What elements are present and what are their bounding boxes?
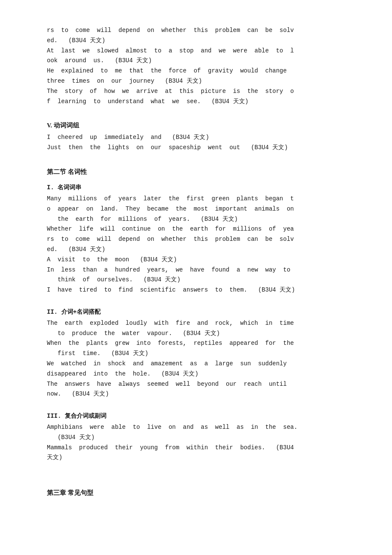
section-v-item-2: Just then the lights on our spaceship we…	[47, 143, 358, 153]
sub-i-line-2: o appear on land. They became the most i…	[47, 204, 358, 214]
sub-ii-line-1: The earth exploded loudly with fire and …	[47, 318, 358, 329]
sub-iii-heading: III. 复合介词或副词	[47, 411, 358, 422]
section-v-item-1: I cheered up immediately and (B3U4 天文)	[47, 133, 358, 143]
line-2: ed. (B3U4 天文)	[47, 36, 358, 46]
line-4: ook around us. (B3U4 天文)	[47, 56, 358, 66]
sub-i-line-6: ed. (B3U4 天文)	[47, 245, 358, 255]
sub-ii-line-8: now. (B3U4 天文)	[47, 389, 358, 399]
line-3: At last we slowed almost to a stop and w…	[47, 46, 358, 56]
sub-i-line-4: Whether life will continue on the earth …	[47, 224, 358, 234]
section-2: 第二节 名词性 I. 名词词串 Many millions of years l…	[47, 167, 358, 463]
sub-ii-line-6: disappeared into the hole. (B3U4 天文)	[47, 369, 358, 379]
chapter-3-heading: 第三章 常见句型	[47, 488, 358, 499]
sub-iii-line-1: Amphibians were able to live on and as w…	[47, 422, 358, 433]
line-6: three times on our journey (B3U4 天文)	[47, 76, 358, 87]
line-7: The story of how we arrive at this pictu…	[47, 87, 358, 97]
main-content: rs to come will depend on whether this p…	[47, 26, 358, 499]
sub-ii-line-4: first time. (B3U4 天文)	[47, 349, 358, 359]
sub-iii-line-2: (B3U4 天文)	[47, 433, 358, 443]
section-2-heading: 第二节 名词性	[47, 167, 358, 177]
line-1: rs to come will depend on whether this p…	[47, 26, 358, 36]
sub-i-line-3: the earth for millions of years. (B3U4 天…	[47, 214, 358, 225]
sub-section-ii: II. 介词+名词搭配 The earth exploded loudly wi…	[47, 307, 358, 399]
chapter-3: 第三章 常见句型	[47, 488, 358, 499]
sub-iii-line-3: Mammals produced their young from within…	[47, 443, 358, 453]
top-lines: rs to come will depend on whether this p…	[47, 26, 358, 107]
sub-section-i: I. 名词词串 Many millions of years later the…	[47, 183, 358, 295]
sub-ii-heading: II. 介词+名词搭配	[47, 307, 358, 318]
sub-section-iii: III. 复合介词或副词 Amphibians were able to liv…	[47, 411, 358, 463]
line-8: f learning to understand what we see. (B…	[47, 97, 358, 107]
sub-ii-line-7: The answers have always seemed well beyo…	[47, 379, 358, 390]
section-v-heading: V. 动词词组	[47, 120, 358, 131]
sub-i-line-8: In less than a hundred years, we have fo…	[47, 265, 358, 275]
sub-iii-line-4: 天文)	[47, 453, 358, 463]
sub-ii-line-5: We watched in shock and amazement as a l…	[47, 359, 358, 369]
section-v: V. 动词词组 I cheered up immediately and (B3…	[47, 120, 358, 153]
sub-i-line-5: rs to come will depend on whether this p…	[47, 234, 358, 245]
sub-i-line-7: A visit to the moon (B3U4 天文)	[47, 255, 358, 265]
sub-i-line-1: Many millions of years later the first g…	[47, 194, 358, 204]
sub-ii-line-2: to produce the water vapour. (B3U4 天文)	[47, 329, 358, 339]
line-5: He explained to me that the force of gra…	[47, 66, 358, 76]
sub-i-line-9: think of ourselves. (B3U4 天文)	[47, 275, 358, 285]
sub-ii-line-3: When the plants grew into forests, repti…	[47, 338, 358, 349]
sub-i-heading: I. 名词词串	[47, 183, 358, 193]
sub-i-line-10: I have tired to find scientific answers …	[47, 285, 358, 295]
